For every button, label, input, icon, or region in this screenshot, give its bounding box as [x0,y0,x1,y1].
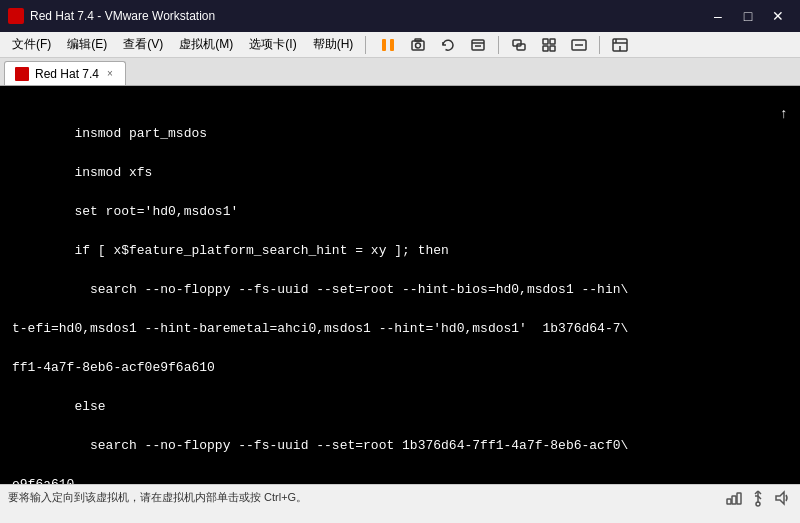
svg-rect-11 [550,39,555,44]
svg-rect-1 [390,39,394,51]
status-bar-right [724,488,792,508]
tab-vm-icon [15,67,29,81]
maximize-button[interactable]: □ [734,6,762,26]
window-controls: – □ ✕ [704,6,792,26]
pause-button[interactable] [374,34,402,56]
terminal-output: insmod part_msdos insmod xfs set root='h… [12,94,788,484]
svg-rect-20 [727,499,731,504]
menu-tabs[interactable]: 选项卡(I) [241,33,304,56]
revert-button[interactable] [434,34,462,56]
tab-close-button[interactable]: × [105,67,115,80]
svg-rect-21 [732,496,736,504]
close-button[interactable]: ✕ [764,6,792,26]
menu-view[interactable]: 查看(V) [115,33,171,56]
terminal-line-10: e9f6a610 [12,477,74,485]
terminal-line-6: t-efi=hd0,msdos1 --hint-baremetal=ahci0,… [12,321,628,336]
view-fullscreen[interactable] [505,34,533,56]
snapshot-button[interactable] [404,34,432,56]
svg-rect-5 [472,40,484,50]
terminal-line-1: insmod part_msdos [12,126,207,141]
terminal-line-7: ff1-4a7f-8eb6-acf0e9f6a610 [12,360,215,375]
toolbar-separator [365,36,366,54]
svg-point-3 [416,43,421,48]
minimize-button[interactable]: – [704,6,732,26]
network-icon[interactable] [724,488,744,508]
menu-vm[interactable]: 虚拟机(M) [171,33,241,56]
menu-edit[interactable]: 编辑(E) [59,33,115,56]
toolbar-separator-3 [599,36,600,54]
toolbar [374,34,634,56]
svg-rect-4 [415,39,421,41]
toolbar-separator-2 [498,36,499,54]
terminal-line-4: if [ x$feature_platform_search_hint = xy… [12,243,449,258]
svg-marker-29 [776,492,784,504]
usb-icon[interactable] [748,488,768,508]
svg-rect-12 [543,46,548,51]
sound-icon[interactable] [772,488,792,508]
status-text: 要将输入定向到该虚拟机，请在虚拟机内部单击或按 Ctrl+G。 [8,490,307,505]
tab-redhat[interactable]: Red Hat 7.4 × [4,61,126,85]
menu-bar: 文件(F) 编辑(E) 查看(V) 虚拟机(M) 选项卡(I) 帮助(H) [0,32,800,58]
scroll-up-indicator: ↑ [780,106,788,122]
terminal-line-9: search --no-floppy --fs-uuid --set=root … [12,438,628,453]
view-shrink[interactable] [565,34,593,56]
terminal-line-3: set root='hd0,msdos1' [12,204,238,219]
title-bar: Red Hat 7.4 - VMware Workstation – □ ✕ [0,0,800,32]
menu-help[interactable]: 帮助(H) [305,33,362,56]
status-bar: 要将输入定向到该虚拟机，请在虚拟机内部单击或按 Ctrl+G。 [0,484,800,510]
window-title: Red Hat 7.4 - VMware Workstation [30,9,704,23]
menu-file[interactable]: 文件(F) [4,33,59,56]
svg-rect-13 [550,46,555,51]
tab-bar: Red Hat 7.4 × [0,58,800,86]
svg-rect-0 [382,39,386,51]
svg-rect-22 [737,493,741,504]
svg-point-28 [756,502,760,506]
terminal-line-2: insmod xfs [12,165,152,180]
terminal-line-5: search --no-floppy --fs-uuid --set=root … [12,282,628,297]
app-icon [8,8,24,24]
preferences-button[interactable] [606,34,634,56]
terminal-line-8: else [12,399,106,414]
view-unity[interactable] [535,34,563,56]
vm-display[interactable]: ↑ insmod part_msdos insmod xfs set root=… [0,86,800,484]
svg-rect-10 [543,39,548,44]
tab-label: Red Hat 7.4 [35,67,99,81]
send-ctrl-alt-del[interactable] [464,34,492,56]
